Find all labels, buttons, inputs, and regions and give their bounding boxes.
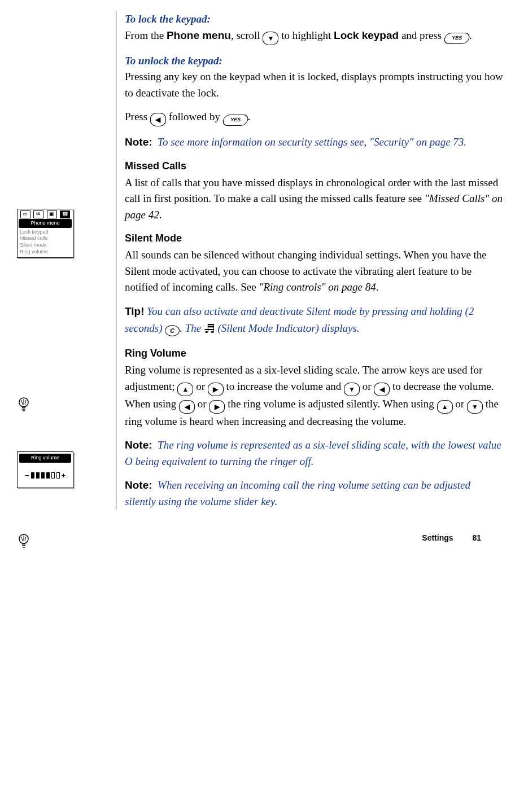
note-text: When receiving an incoming call the ring… [125, 479, 470, 507]
note-label: Note: [125, 439, 152, 451]
phone-icon: ☎ [60, 210, 70, 218]
body-text: or [360, 380, 374, 392]
volume-segment [36, 472, 40, 479]
clock-icon: ▣ [47, 210, 57, 218]
body-text: Press [125, 111, 150, 122]
yes-key-icon: YES [221, 115, 249, 126]
minus-icon: − [25, 470, 29, 481]
lock-keypad-heading: To lock the keypad: [125, 13, 211, 25]
phone-menu-title: Phone menu [19, 219, 72, 228]
lightbulb-icon [17, 403, 30, 415]
ring-volume-title: Ring volume [19, 454, 71, 463]
note-text: The ring volume is represented as a six-… [125, 439, 501, 467]
volume-segment-empty [56, 472, 60, 479]
body-text: or [193, 380, 207, 392]
silent-mode-heading: Silent Mode [125, 231, 503, 246]
plus-icon: + [62, 470, 66, 481]
silent-mode-indicator-icon: ♬̶ [204, 322, 215, 336]
lightbulb-icon [17, 540, 30, 551]
footer-section: Settings [422, 533, 453, 542]
body-text: followed by [166, 111, 223, 122]
unlock-keypad-heading: To unlock the keypad: [125, 55, 222, 67]
volume-segment [46, 472, 50, 479]
ring-volume-mockup: Ring volume − + [17, 451, 73, 488]
body-text: and press [399, 29, 444, 41]
body-text: to highlight [278, 29, 334, 41]
arrow-left-key-icon: ◀ [150, 113, 166, 126]
svg-line-12 [25, 537, 26, 541]
body-text: the ring volume is adjusted silently. Wh… [225, 398, 437, 410]
arrow-down-key-icon: ▼ [344, 383, 360, 396]
missed-calls-heading: Missed Calls [125, 159, 503, 174]
book-icon: ▭ [20, 210, 30, 218]
volume-segment-empty [51, 472, 55, 479]
list-item: Lock keypad [20, 229, 71, 236]
body-text: . [376, 281, 379, 293]
ring-volume-scale: − + [18, 464, 73, 488]
arrow-right-key-icon: ▶ [209, 400, 225, 414]
arrow-left-key-icon: ◀ [179, 400, 195, 414]
body-text: or [195, 398, 209, 410]
arrow-down-key-icon: ▼ [467, 400, 483, 414]
footer-page-number: 81 [472, 533, 481, 542]
volume-segment [31, 472, 34, 479]
body-text: or [453, 398, 467, 410]
list-item: Ring volume [20, 249, 71, 256]
note-text: To see more information on security sett… [158, 136, 466, 148]
phone-menu-mockup: ▭ ✉ ▣ ☎ Phone menu Lock keypad Missed ca… [17, 209, 73, 258]
body-text: From the [125, 29, 167, 41]
list-item: Missed calls [20, 235, 71, 242]
svg-line-4 [21, 400, 23, 405]
tip-label: Tip! [125, 305, 144, 317]
body-text: . [159, 209, 162, 221]
ring-volume-heading: Ring Volume [125, 346, 503, 361]
note-label: Note: [125, 479, 152, 491]
arrow-right-key-icon: ▶ [208, 383, 224, 396]
phone-icon-row: ▭ ✉ ▣ ☎ [18, 209, 73, 219]
arrow-up-key-icon: ▲ [437, 400, 453, 414]
body-text: Pressing any key on the keypad when it i… [125, 71, 503, 99]
note-label: Note: [125, 136, 152, 148]
mail-icon: ✉ [33, 210, 43, 218]
svg-line-5 [25, 400, 26, 405]
tip-text: . The [180, 322, 204, 334]
arrow-left-key-icon: ◀ [374, 383, 390, 396]
body-text: . [469, 29, 472, 41]
arrow-down-key-icon: ▼ [263, 32, 278, 45]
body-text: , scroll [231, 29, 263, 41]
arrow-up-key-icon: ▲ [177, 383, 193, 396]
body-text: to increase the volume and [224, 380, 344, 392]
phone-menu-term: Phone menu [167, 29, 231, 41]
tip-text: (Silent Mode Indicator) displays. [215, 322, 360, 334]
yes-key-icon: YES [443, 33, 470, 44]
c-key-icon: C [165, 325, 180, 336]
list-item: Silent mode [20, 242, 71, 249]
lock-keypad-term: Lock keypad [334, 29, 399, 41]
phone-menu-list: Lock keypad Missed calls Silent mode Rin… [18, 229, 73, 258]
cross-ref: "Ring controls" on page 84 [259, 281, 376, 293]
volume-segment [41, 472, 45, 479]
svg-line-11 [21, 537, 23, 541]
body-text: . [248, 111, 251, 122]
